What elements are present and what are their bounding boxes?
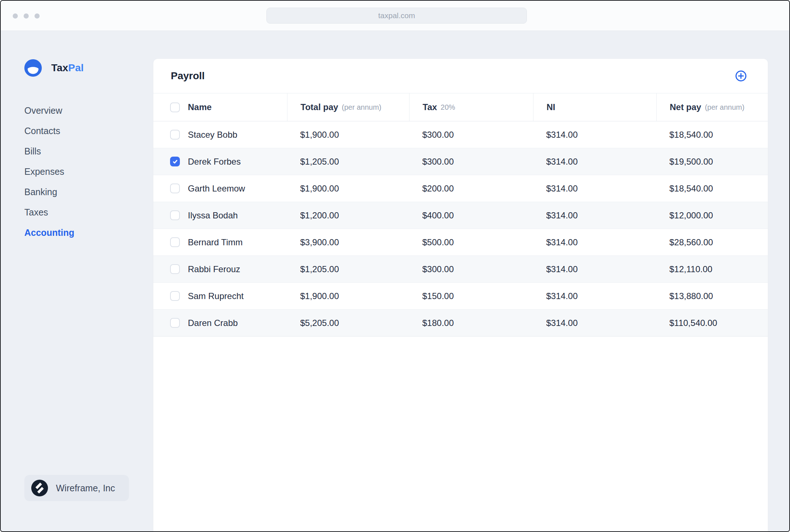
cell-total-pay: $1,200.00 <box>287 202 409 229</box>
tax-value: $180.00 <box>422 318 454 328</box>
sidebar-nav-item-label: Expenses <box>24 166 64 177</box>
payroll-card: Payroll Name Total pay (per <box>153 59 768 531</box>
window-dot-icon[interactable] <box>24 13 29 19</box>
cell-ni: $314.00 <box>533 175 656 202</box>
ni-value: $314.00 <box>546 130 578 140</box>
row-checkbox[interactable] <box>170 130 180 140</box>
row-checkbox[interactable] <box>170 210 180 220</box>
row-checkbox[interactable] <box>170 291 180 301</box>
select-all-checkbox[interactable] <box>170 102 180 112</box>
sidebar-nav-item-label: Bills <box>24 146 41 156</box>
sidebar-nav-item[interactable]: Bills <box>24 147 74 156</box>
sidebar-nav-item-label: Contacts <box>24 126 60 136</box>
sidebar-nav-item[interactable]: Accounting <box>24 228 74 237</box>
column-label: Name <box>188 102 211 112</box>
total-pay-value: $1,900.00 <box>300 130 339 140</box>
employee-name: Derek Forbes <box>188 157 241 167</box>
cell-name: Sam Ruprecht <box>153 283 287 309</box>
browser-window: taxpal.com TaxPal OverviewContactsBillsE… <box>0 0 790 532</box>
total-pay-value: $1,900.00 <box>300 291 339 301</box>
cell-total-pay: $1,205.00 <box>287 256 409 282</box>
sidebar-nav-item-label: Accounting <box>24 227 74 238</box>
table-body: Stacey Bobb $1,900.00 $300.00 $314.00 $1… <box>153 121 768 336</box>
total-pay-value: $1,200.00 <box>300 210 339 221</box>
check-icon <box>172 159 178 165</box>
ni-value: $314.00 <box>546 210 578 221</box>
column-note: 20% <box>441 103 455 112</box>
column-label: NI <box>547 102 555 112</box>
sidebar-nav-item[interactable]: Taxes <box>24 208 74 217</box>
cell-net-pay: $19,500.00 <box>656 148 768 175</box>
sidebar-nav-item-label: Taxes <box>24 207 48 217</box>
total-pay-value: $1,205.00 <box>300 264 339 274</box>
table-header-name: Name <box>153 93 287 121</box>
add-payroll-button[interactable] <box>735 70 747 82</box>
employee-name: Sam Ruprecht <box>188 291 243 301</box>
sidebar-nav-item[interactable]: Banking <box>24 188 74 197</box>
sidebar-nav-item[interactable]: Expenses <box>24 167 74 176</box>
cell-ni: $314.00 <box>533 202 656 229</box>
window-dot-icon[interactable] <box>35 13 40 19</box>
cell-net-pay: $13,880.00 <box>656 283 768 309</box>
row-checkbox[interactable] <box>170 237 180 247</box>
ni-value: $314.00 <box>546 237 578 247</box>
org-switcher[interactable]: Wireframe, Inc <box>24 475 129 501</box>
cell-tax: $300.00 <box>409 148 533 175</box>
employee-name: Stacey Bobb <box>188 130 237 140</box>
net-pay-value: $19,500.00 <box>669 157 713 167</box>
org-name: Wireframe, Inc <box>56 483 115 493</box>
table-row: Rabbi Ferouz $1,205.00 $300.00 $314.00 $… <box>153 256 768 283</box>
cell-tax: $300.00 <box>409 256 533 282</box>
cell-net-pay: $110,540.00 <box>656 310 768 336</box>
cell-tax: $180.00 <box>409 310 533 336</box>
table-header-row: Name Total pay (per annum) Tax 20% NI Ne… <box>153 93 768 121</box>
sidebar-nav-item[interactable]: Overview <box>24 106 74 115</box>
cell-net-pay: $18,540.00 <box>656 175 768 202</box>
cell-tax: $150.00 <box>409 283 533 309</box>
payroll-card-header: Payroll <box>153 59 768 93</box>
employee-name: Garth Leemow <box>188 184 245 194</box>
cell-name: Stacey Bobb <box>153 121 287 148</box>
brand-wordmark: TaxPal <box>51 62 84 74</box>
browser-address-bar[interactable]: taxpal.com <box>266 8 527 24</box>
url-text: taxpal.com <box>378 11 415 20</box>
column-label: Tax <box>423 102 437 112</box>
taxpal-brand[interactable]: TaxPal <box>24 59 84 77</box>
cell-net-pay: $28,560.00 <box>656 229 768 255</box>
net-pay-value: $12,000.00 <box>669 210 713 221</box>
tax-value: $400.00 <box>422 210 454 221</box>
ni-value: $314.00 <box>546 157 578 167</box>
row-checkbox[interactable] <box>170 157 180 166</box>
row-checkbox[interactable] <box>170 264 180 274</box>
cell-name: Derek Forbes <box>153 148 287 175</box>
cell-total-pay: $1,205.00 <box>287 148 409 175</box>
total-pay-value: $3,900.00 <box>300 237 339 247</box>
app-content: TaxPal OverviewContactsBillsExpensesBank… <box>1 31 789 531</box>
employee-name: Daren Crabb <box>188 318 238 328</box>
ni-value: $314.00 <box>546 318 578 328</box>
page-title: Payroll <box>171 70 205 82</box>
plus-circle-icon <box>735 70 747 82</box>
table-row: Derek Forbes $1,205.00 $300.00 $314.00 $… <box>153 148 768 175</box>
ni-value: $314.00 <box>546 291 578 301</box>
window-dot-icon[interactable] <box>13 13 18 19</box>
cell-name: Rabbi Ferouz <box>153 256 287 282</box>
sidebar-nav-item[interactable]: Contacts <box>24 126 74 136</box>
cell-ni: $314.00 <box>533 256 656 282</box>
cell-ni: $314.00 <box>533 229 656 255</box>
net-pay-value: $18,540.00 <box>669 184 713 194</box>
window-controls <box>13 1 40 31</box>
cell-total-pay: $3,900.00 <box>287 229 409 255</box>
cell-tax: $200.00 <box>409 175 533 202</box>
row-checkbox[interactable] <box>170 318 180 328</box>
table-row: Garth Leemow $1,900.00 $200.00 $314.00 $… <box>153 175 768 202</box>
tax-value: $300.00 <box>422 264 454 274</box>
employee-name: Bernard Timm <box>188 237 243 247</box>
cell-name: Bernard Timm <box>153 229 287 255</box>
row-checkbox[interactable] <box>170 184 180 193</box>
cell-net-pay: $12,110.00 <box>656 256 768 282</box>
table-row: Bernard Timm $3,900.00 $500.00 $314.00 $… <box>153 229 768 256</box>
cell-ni: $314.00 <box>533 310 656 336</box>
net-pay-value: $12,110.00 <box>669 264 712 274</box>
sidebar-nav: OverviewContactsBillsExpensesBankingTaxe… <box>24 106 74 249</box>
